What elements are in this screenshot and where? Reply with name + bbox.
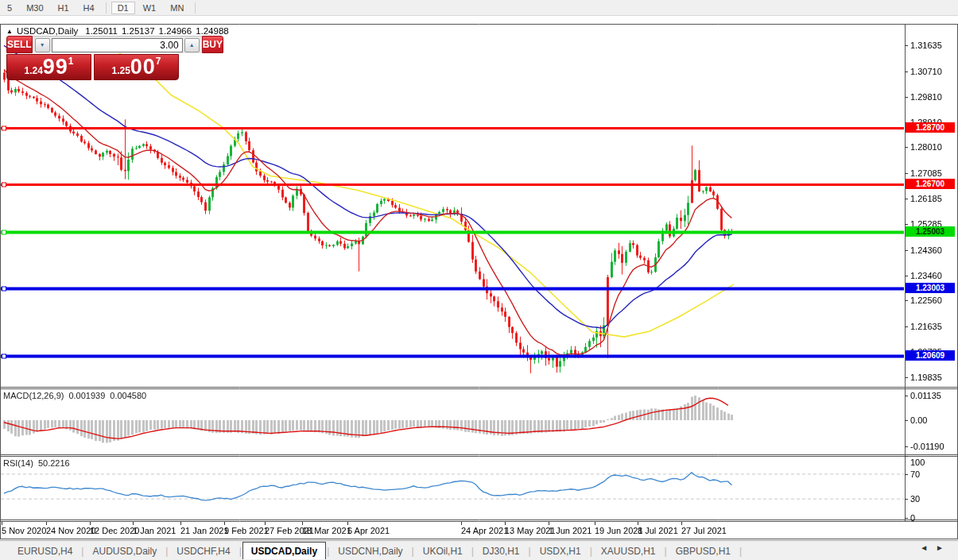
ohlc-high: 1.25137 [122,26,155,36]
tab-separator: | [165,546,168,557]
buy-price-pip-digit: 7 [156,56,161,67]
chart-tab-usdx[interactable]: USDX,H1 [532,543,589,559]
chart-tab-usdchf[interactable]: USDCHF,H4 [169,543,238,559]
ohlc-close: 1.24988 [196,26,229,36]
volume-decrease-button[interactable]: ▼ [35,38,50,52]
tab-separator: | [412,546,414,557]
volume-spinner: ▼ ▲ [33,36,202,53]
chart-tab-usdcad[interactable]: USDCAD,Daily [242,542,326,559]
chart-title: ▲ USDCAD,Daily 1.25011 1.25137 1.24966 1… [6,26,229,36]
volume-input[interactable] [52,38,183,52]
one-click-trade-panel: SELL ▼ ▲ BUY 1.24 99 1 1.25 00 7 [6,36,179,80]
tab-scroll-right-icon[interactable]: ► [936,543,944,552]
tab-separator: | [590,546,592,557]
chart-tab-gbpusd[interactable]: GBPUSD,H1 [668,543,739,559]
buy-price-prefix: 1.25 [111,64,130,78]
buy-price-big-digits: 00 [130,56,156,78]
sell-price-display[interactable]: 1.24 99 1 [6,54,91,80]
tab-scroll-nav: ◄ ► [920,543,944,552]
macd-signal-value: 0.004580 [110,391,146,400]
macd-name: MACD(12,26,9) [3,391,64,400]
tab-separator: | [665,546,667,557]
sell-price-big-digits: 99 [43,56,68,78]
ohlc-low: 1.24966 [159,26,192,36]
macd-main-value: 0.001939 [68,391,105,400]
chart-tab-audusd[interactable]: AUDUSD,Daily [84,543,165,559]
sell-price-pip-digit: 1 [68,56,74,67]
chart-symbol-label: USDCAD,Daily [17,26,78,36]
chart-tab-ukoil[interactable]: UKOil,H1 [415,543,471,559]
rsi-value: 50.2216 [38,458,70,468]
tab-scroll-left-icon[interactable]: ◄ [920,543,928,552]
tab-separator: | [239,546,242,557]
price-chart-canvas[interactable] [0,0,958,560]
ohlc-open: 1.25011 [85,26,118,36]
chart-tab-eurusd[interactable]: EURUSD,H4 [10,543,80,559]
macd-indicator-label: MACD(12,26,9) 0.001939 0.004580 [3,391,146,400]
buy-price-display[interactable]: 1.25 00 7 [94,54,179,80]
trading-terminal-window: 5M30H1H4D1W1MN ▲ USDCAD,Daily 1.25011 1.… [0,0,958,560]
tab-separator: | [471,546,474,557]
rsi-name: RSI(14) [3,458,33,468]
chart-tab-xauusd[interactable]: XAUUSD,H1 [593,543,664,559]
volume-increase-button[interactable]: ▲ [184,38,200,52]
collapse-triangle-icon[interactable]: ▲ [6,28,13,35]
tab-separator: | [529,546,531,557]
rsi-indicator-label: RSI(14) 50.2216 [3,458,70,468]
symbol-tab-bar: EURUSD,H4|AUDUSD,Daily|USDCHF,H4|USDCAD,… [0,540,958,560]
chart-tab-usdcnh[interactable]: USDCNH,Daily [330,543,410,559]
sell-button[interactable]: SELL [6,36,33,53]
chart-tab-dj30[interactable]: DJ30,H1 [475,543,528,559]
tab-separator: | [327,546,329,557]
sell-price-prefix: 1.24 [24,64,42,78]
tab-separator: | [81,546,83,557]
tab-separator: | [739,546,742,557]
buy-button[interactable]: BUY [202,36,223,53]
